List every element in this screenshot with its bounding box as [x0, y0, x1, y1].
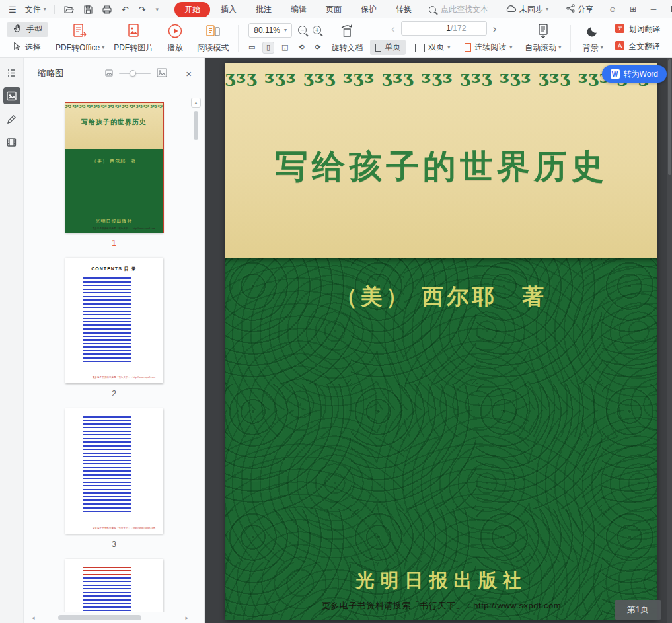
scroll-left-icon[interactable]: ◂ — [32, 615, 35, 621]
tab-edit[interactable]: 编辑 — [291, 4, 307, 15]
feedback-icon[interactable]: ☺ — [607, 5, 618, 14]
document-viewer[interactable]: ʒᴣʒ ᴣʒᴣ ʒᴣʒ ᴣʒᴣ ʒᴣʒ ᴣʒᴣ ʒᴣʒ ᴣʒᴣ ʒᴣʒ ᴣʒᴣ … — [205, 58, 672, 623]
tab-page[interactable]: 页面 — [326, 4, 342, 15]
slider-knob[interactable] — [130, 70, 136, 77]
next-view-icon[interactable]: ⟳ — [312, 42, 324, 54]
zoom-in-icon[interactable] — [313, 26, 321, 34]
scrollbar-thumb[interactable] — [668, 59, 671, 175]
fit-width-icon[interactable]: ◱ — [279, 42, 291, 54]
auto-scroll-button[interactable]: 自动滚动▾ — [520, 21, 566, 55]
zoom-select[interactable]: 80.11% ▾ — [248, 23, 292, 38]
thumbnail-image-4[interactable] — [65, 559, 163, 612]
rotate-document-button[interactable]: 旋转文档 — [326, 21, 367, 55]
compress-button[interactable]: 压缩 — [665, 21, 672, 55]
page-number-box[interactable]: /172 — [401, 21, 487, 36]
previous-view-icon[interactable]: ⟲ — [295, 42, 307, 54]
apps-grid-icon[interactable]: ⊞ — [628, 5, 638, 14]
pdf-to-office-button[interactable]: PDF转Office▾ — [51, 21, 109, 55]
minimize-button[interactable]: ─ — [648, 5, 659, 14]
scrollbar-thumb[interactable] — [194, 111, 198, 140]
hamburger-menu-icon[interactable]: ☰ — [4, 5, 21, 15]
maximize-button[interactable] — [669, 5, 672, 14]
thumbnail-horizontal-scrollbar[interactable]: ◂ ▸ — [32, 614, 188, 622]
moon-icon — [586, 23, 599, 39]
search-input[interactable] — [441, 5, 502, 14]
page-number-input[interactable] — [422, 24, 451, 33]
page-total-label: /172 — [451, 24, 466, 33]
thumbnail-larger-icon[interactable] — [157, 68, 167, 79]
thumbnail-panel-header: 缩略图 × — [24, 58, 204, 89]
undo-icon[interactable]: ↶ — [122, 5, 129, 15]
mini-cover-footer: 更多电子书资料请搜索「书行天下」：http://www.sxpdf.com — [92, 227, 136, 230]
rotate-document-label: 旋转文档 — [331, 42, 363, 54]
open-file-icon[interactable] — [64, 5, 74, 14]
full-translation-label: 全文翻译 — [628, 41, 660, 52]
cover-ornament-border: ʒᴣʒ ᴣʒᴣ ʒᴣʒ ᴣʒᴣ ʒᴣʒ ᴣʒᴣ ʒᴣʒ ᴣʒᴣ ʒᴣʒ ᴣʒᴣ … — [225, 63, 657, 91]
redo-icon[interactable]: ↷ — [139, 5, 146, 15]
pdf-to-image-button[interactable]: PDF转图片 — [109, 21, 158, 55]
zoom-controls: 80.11% ▾ ▭ ▯ ◱ ⟲ ⟳ — [246, 23, 324, 54]
file-menu[interactable]: 文件 ▾ — [21, 4, 50, 15]
fit-page-icon[interactable]: ▯ — [262, 42, 274, 54]
close-panel-icon[interactable]: × — [186, 69, 192, 79]
thumbnail-page-2[interactable]: CONTENTS 目 录 更多电子书资料请搜索「书行天下」：http://www… — [65, 258, 163, 398]
thumbnail-vertical-scrollbar[interactable]: ▲ — [191, 98, 203, 140]
thumbnail-smaller-icon[interactable] — [105, 69, 113, 79]
background-button[interactable]: 背景▾ — [576, 21, 610, 55]
thumbnail-image-1[interactable]: ʒᴣʒ ᴣʒᴣ ʒᴣʒ ᴣʒᴣ ʒᴣʒ ᴣʒᴣ ʒᴣʒ ᴣʒᴣ ʒᴣʒ ᴣʒᴣ … — [65, 103, 163, 233]
viewer-scrollbar[interactable] — [667, 58, 672, 623]
thumbnail-image-3[interactable]: 更多电子书资料请搜索「书行天下」：http://www.sxpdf.com — [65, 408, 163, 534]
play-button[interactable]: 播放 — [158, 21, 192, 55]
thumbnail-panel-icon[interactable] — [3, 87, 20, 104]
toc-lines — [83, 416, 131, 514]
thumbnail-page-1[interactable]: ʒᴣʒ ᴣʒᴣ ʒᴣʒ ᴣʒᴣ ʒᴣʒ ᴣʒᴣ ʒᴣʒ ᴣʒᴣ ʒᴣʒ ᴣʒᴣ … — [65, 103, 163, 248]
double-page-button[interactable]: 双页 ▾ — [410, 40, 455, 55]
continuous-reading-button[interactable]: 连续阅读 ▾ — [459, 40, 517, 55]
zoom-out-icon[interactable] — [298, 26, 307, 34]
thumbnail-footer-text: 更多电子书资料请搜索「书行天下」：http://www.sxpdf.com — [92, 526, 136, 529]
search-box[interactable] — [429, 5, 502, 14]
select-tool-button[interactable]: 选择 — [7, 40, 48, 54]
previous-page-icon[interactable]: ‹ — [385, 23, 401, 34]
next-page-icon[interactable]: › — [487, 23, 503, 34]
thumbnail-page-number: 2 — [65, 389, 163, 398]
annotation-panel-icon[interactable] — [3, 110, 20, 128]
tab-insert[interactable]: 插入 — [221, 4, 237, 15]
actual-size-icon[interactable]: ▭ — [246, 42, 258, 54]
print-icon[interactable] — [102, 5, 112, 14]
tab-convert[interactable]: 转换 — [396, 4, 412, 15]
hand-tool-button[interactable]: 手型 — [7, 22, 48, 37]
chevron-down-icon: ▾ — [546, 7, 548, 12]
thumbnail-image-2[interactable]: CONTENTS 目 录 更多电子书资料请搜索「书行天下」：http://www… — [65, 258, 163, 383]
reading-mode-icon — [205, 23, 221, 39]
auto-scroll-icon — [536, 23, 550, 39]
thumbnail-size-slider[interactable] — [119, 69, 151, 77]
play-label: 播放 — [167, 42, 183, 54]
mini-cover-title: 写给孩子的世界历史 — [65, 118, 163, 127]
word-translation-button[interactable]: 划词翻译 — [613, 22, 663, 36]
tab-protect[interactable]: 保护 — [361, 4, 377, 15]
single-page-button[interactable]: 单页 — [370, 40, 406, 55]
quick-access-chevron-icon[interactable]: ▾ — [155, 7, 159, 13]
full-translation-button[interactable]: 全文翻译 — [613, 40, 663, 54]
tab-start[interactable]: 开始 — [174, 2, 210, 17]
cloud-sync-icon — [505, 5, 517, 15]
thumbnail-page-4[interactable]: 4 — [65, 559, 163, 612]
scroll-right-icon[interactable]: ▸ — [185, 615, 188, 621]
convert-to-word-button[interactable]: W 转为Word — [602, 65, 667, 83]
scroll-up-icon[interactable]: ▲ — [191, 98, 201, 108]
page-indicator-badge: 第1页 — [615, 600, 661, 620]
outline-panel-icon[interactable] — [3, 64, 20, 81]
reading-mode-button[interactable]: 阅读模式 — [192, 21, 233, 55]
scrollbar-track[interactable] — [38, 615, 182, 620]
thumbnail-page-3[interactable]: 更多电子书资料请搜索「书行天下」：http://www.sxpdf.com 3 — [65, 408, 163, 549]
sync-status-button[interactable]: 未同步 ▾ — [502, 4, 552, 15]
search-icon — [429, 6, 436, 13]
book-publisher: 光明日报出版社 — [225, 568, 657, 593]
save-icon[interactable] — [84, 5, 93, 14]
scrollbar-thumb[interactable] — [58, 615, 141, 620]
media-panel-icon[interactable] — [3, 133, 20, 151]
tab-annotate[interactable]: 批注 — [256, 4, 272, 15]
book-title: 写给孩子的世界历史 — [225, 145, 657, 189]
share-button[interactable]: 分享 — [562, 4, 597, 15]
